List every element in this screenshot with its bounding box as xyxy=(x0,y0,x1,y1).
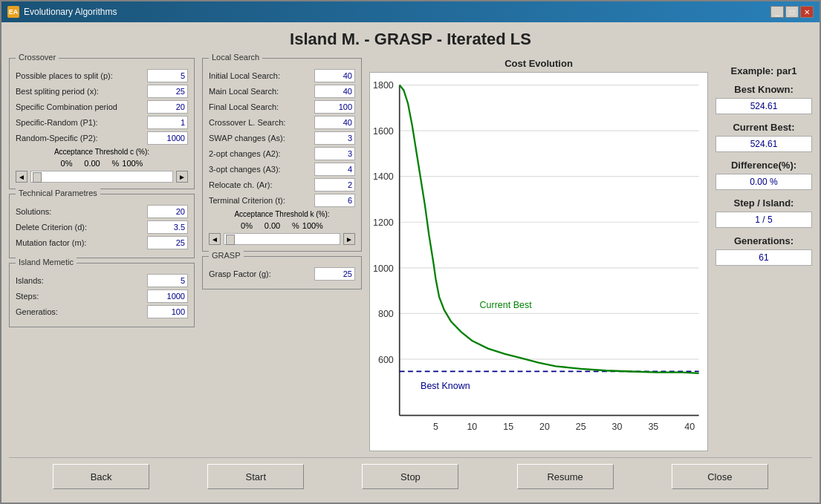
ls-input-3[interactable] xyxy=(314,116,355,129)
maximize-button[interactable]: □ xyxy=(785,6,799,18)
best-known-value: 524.61 xyxy=(715,98,812,114)
ls-label-8: Terminal Criterion (t): xyxy=(209,196,314,205)
crossover-input-3[interactable] xyxy=(147,116,188,129)
best-known-group: Best Known: 524.61 xyxy=(715,84,812,114)
chart-svg: 1800 1600 1400 1200 1000 800 600 xyxy=(370,73,707,451)
island-param-2: Generatios: xyxy=(16,305,188,318)
ls-input-8[interactable] xyxy=(314,194,355,207)
crossover-slider-track[interactable] xyxy=(30,171,173,183)
ls-threshold-unit: % xyxy=(292,221,299,230)
ls-label-0: Initial Local Search: xyxy=(209,71,314,80)
crossover-label-0: Possible places to split (p): xyxy=(16,71,147,80)
start-button[interactable]: Start xyxy=(207,464,304,489)
ls-input-7[interactable] xyxy=(314,178,355,192)
crossover-threshold-max: 100% xyxy=(122,159,143,168)
svg-text:30: 30 xyxy=(612,420,623,431)
local-search-group: Local Search Initial Local Search: Main … xyxy=(202,58,362,252)
ls-input-5[interactable] xyxy=(314,147,355,160)
ls-param-1: Main Local Search: xyxy=(209,85,355,98)
crossover-input-1[interactable] xyxy=(147,85,188,98)
technical-input-2[interactable] xyxy=(147,236,188,249)
crossover-input-0[interactable] xyxy=(147,69,188,82)
technical-label-0: Solutions: xyxy=(16,207,147,216)
island-input-2[interactable] xyxy=(147,305,188,318)
step-island-label: Step / Island: xyxy=(715,197,812,209)
island-input-0[interactable] xyxy=(147,274,188,287)
crossover-slider-left[interactable]: ◄ xyxy=(16,171,27,183)
ls-label-7: Relocate ch. (Ar): xyxy=(209,180,314,189)
grasp-group: GRASP Grasp Factor (g): xyxy=(202,256,362,289)
crossover-slider-right[interactable]: ► xyxy=(176,171,188,183)
middle-panels: Local Search Initial Local Search: Main … xyxy=(202,58,362,451)
resume-button[interactable]: Resume xyxy=(517,464,614,489)
ls-input-6[interactable] xyxy=(314,163,355,176)
crossover-input-4[interactable] xyxy=(147,131,188,145)
close-button[interactable]: Close xyxy=(672,464,768,489)
crossover-param-4: Random-Specific (P2): xyxy=(16,131,188,145)
chart-title: Cost Evolution xyxy=(369,58,708,69)
ls-threshold-value-row: 0% % 100% xyxy=(209,220,355,232)
crossover-label-1: Best spliting period (x): xyxy=(16,87,147,96)
crossover-input-2[interactable] xyxy=(147,100,188,114)
crossover-group-title: Crossover xyxy=(16,53,59,62)
ls-param-8: Terminal Criterion (t): xyxy=(209,194,355,207)
island-param-1: Steps: xyxy=(16,289,188,303)
grasp-group-title: GRASP xyxy=(209,251,244,260)
ls-input-0[interactable] xyxy=(314,69,355,82)
technical-input-1[interactable] xyxy=(147,220,188,234)
title-bar-left: EA Evolutionary Algorithms xyxy=(7,6,117,18)
grasp-label-0: Grasp Factor (g): xyxy=(209,269,314,278)
technical-param-0: Solutions: xyxy=(16,205,188,218)
ls-slider-right[interactable]: ► xyxy=(343,233,355,245)
crossover-threshold-label: Acceptance Threshold c (%): xyxy=(16,148,188,156)
crossover-label-2: Specific Combination period xyxy=(16,102,147,111)
ls-threshold-max: 100% xyxy=(302,221,323,230)
technical-input-0[interactable] xyxy=(147,205,188,218)
chart-box: 1800 1600 1400 1200 1000 800 600 xyxy=(369,72,708,451)
current-best-label: Current Best: xyxy=(715,122,812,133)
stop-button[interactable]: Stop xyxy=(362,464,458,489)
svg-text:1800: 1800 xyxy=(373,79,394,91)
example-label: Example: par1 xyxy=(715,65,812,76)
minimize-button[interactable]: _ xyxy=(770,6,784,18)
island-param-0: Islands: xyxy=(16,274,188,287)
ls-param-4: SWAP changes (As): xyxy=(209,131,355,145)
svg-text:25: 25 xyxy=(576,420,586,431)
back-button[interactable]: Back xyxy=(53,464,149,489)
svg-text:800: 800 xyxy=(378,308,394,319)
svg-text:15: 15 xyxy=(503,420,513,431)
ls-input-2[interactable] xyxy=(314,100,355,114)
difference-value: 0.00 % xyxy=(715,174,812,190)
grasp-param-0: Grasp Factor (g): xyxy=(209,267,355,281)
grasp-input-0[interactable] xyxy=(314,267,355,281)
left-panels: Crossover Possible places to split (p): … xyxy=(9,58,195,451)
ls-input-1[interactable] xyxy=(314,85,355,98)
crossover-slider-container: ◄ ► xyxy=(16,171,188,183)
generations-group: Generations: 61 xyxy=(715,235,812,266)
island-label-1: Steps: xyxy=(16,292,147,301)
crossover-threshold-input[interactable] xyxy=(75,157,108,169)
island-input-1[interactable] xyxy=(147,289,188,303)
crossover-slider-thumb[interactable] xyxy=(33,172,42,183)
ls-slider-track[interactable] xyxy=(224,233,340,245)
ls-threshold-label: Acceptance Threshold k (%): xyxy=(209,210,355,218)
step-island-group: Step / Island: 1 / 5 xyxy=(715,197,812,228)
svg-text:1600: 1600 xyxy=(373,125,394,137)
ls-slider-thumb[interactable] xyxy=(226,235,235,245)
ls-slider-left[interactable]: ◄ xyxy=(209,233,221,245)
generations-label: Generations: xyxy=(715,235,812,246)
crossover-label-4: Random-Specific (P2): xyxy=(16,134,147,143)
ls-threshold-min: 0% xyxy=(241,221,253,230)
technical-group-title: Technical Parametres xyxy=(16,189,100,197)
window-close-button[interactable]: ✕ xyxy=(800,6,814,18)
svg-text:40: 40 xyxy=(684,420,695,431)
svg-text:1200: 1200 xyxy=(373,217,394,228)
ls-input-4[interactable] xyxy=(314,131,355,145)
svg-text:10: 10 xyxy=(467,420,477,431)
ls-threshold-input[interactable] xyxy=(256,220,289,232)
ls-label-1: Main Local Search: xyxy=(209,87,314,96)
ls-label-6: 3-opt changes (A3): xyxy=(209,165,314,174)
svg-text:5: 5 xyxy=(433,420,438,431)
current-best-value: 524.61 xyxy=(715,136,812,152)
crossover-threshold: Acceptance Threshold c (%): 0% % 100% ◄ xyxy=(16,148,188,183)
